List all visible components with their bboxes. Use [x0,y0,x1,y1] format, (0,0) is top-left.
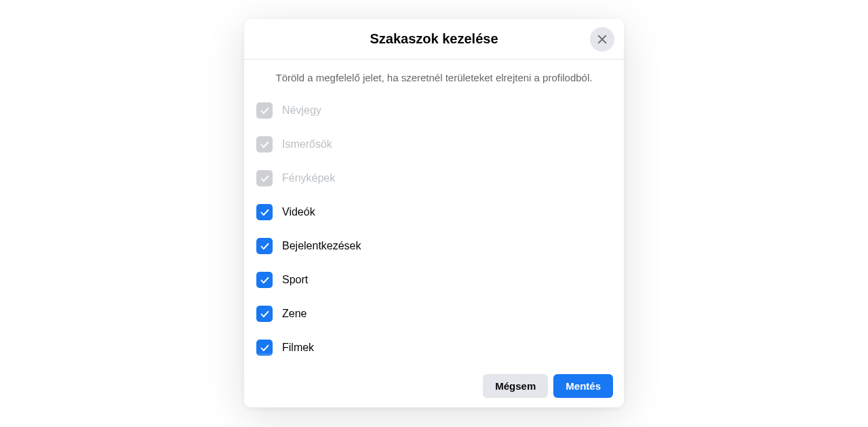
check-icon [260,241,270,251]
section-label: Bejelentkezések [282,240,361,252]
close-icon [595,33,609,46]
section-label: Zene [282,308,307,320]
section-row[interactable]: Zene [256,306,612,322]
sections-list: NévjegyIsmerősökFényképekVideókBejelentk… [244,102,624,366]
cancel-button[interactable]: Mégsem [483,374,548,398]
section-row: Névjegy [256,102,612,119]
section-checkbox [256,136,273,152]
check-icon [260,275,270,285]
section-checkbox [256,102,273,119]
section-label: Fényképek [282,172,335,184]
dialog-footer: Mégsem Mentés [244,366,624,407]
section-row[interactable]: Bejelentkezések [256,238,612,254]
check-icon [260,309,270,319]
check-icon [260,174,270,184]
check-icon [260,140,270,150]
section-row[interactable]: Videók [256,204,612,220]
section-row[interactable]: Filmek [256,340,612,356]
close-button[interactable] [590,27,614,52]
section-label: Sport [282,274,308,286]
dialog-header: Szakaszok kezelése [244,19,624,60]
section-label: Névjegy [282,104,321,117]
section-label: Filmek [282,342,314,354]
section-checkbox[interactable] [256,204,273,220]
section-checkbox[interactable] [256,272,273,288]
section-row: Fényképek [256,170,612,186]
dialog-title: Szakaszok kezelése [370,31,498,47]
save-button[interactable]: Mentés [553,374,613,398]
check-icon [260,106,270,116]
section-checkbox[interactable] [256,306,273,322]
section-row: Ismerősök [256,136,612,152]
section-checkbox [256,170,273,186]
dialog-body: Töröld a megfelelő jelet, ha szeretnél t… [244,60,624,366]
section-checkbox[interactable] [256,238,273,254]
section-checkbox[interactable] [256,340,273,356]
section-row[interactable]: Sport [256,272,612,288]
check-icon [260,207,270,218]
dialog-description: Töröld a megfelelő jelet, ha szeretnél t… [244,60,624,102]
manage-sections-dialog: Szakaszok kezelése Töröld a megfelelő je… [244,19,624,407]
section-label: Videók [282,206,315,218]
check-icon [260,343,270,353]
section-label: Ismerősök [282,138,332,150]
